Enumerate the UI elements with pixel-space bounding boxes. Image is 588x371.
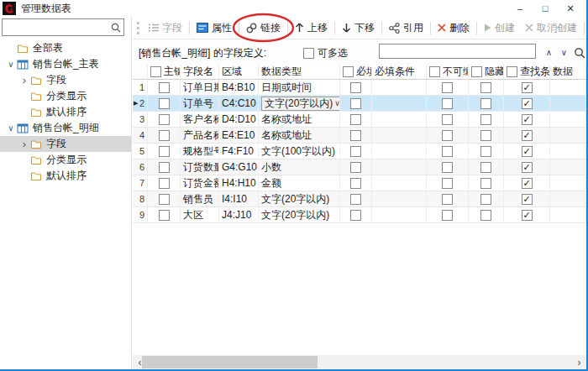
primary-key-checkbox[interactable] (159, 210, 170, 221)
required-checkbox[interactable] (350, 210, 361, 221)
data-type-cell[interactable]: 文字(100字以内) (259, 144, 340, 159)
table-row-2[interactable]: ▶2订单号C4:C10文字(20字以内)∨✓ (133, 96, 586, 112)
tree-item-7[interactable]: 分类显示 (0, 152, 131, 168)
column-header-9[interactable]: 数据 (550, 65, 586, 80)
scrollbar-thumb[interactable] (142, 356, 318, 368)
column-header-checkbox[interactable] (150, 66, 161, 77)
data-format-cell[interactable] (550, 96, 586, 112)
required-condition-cell[interactable] (372, 191, 427, 207)
tree-item-3[interactable]: 分类显示 (0, 88, 131, 104)
find-condition-checkbox[interactable]: ✓ (522, 194, 533, 205)
required-condition-cell[interactable] (372, 128, 427, 144)
field-name-cell[interactable]: 规格型号 (181, 144, 219, 159)
field-name-cell[interactable]: 产品名称 (181, 128, 219, 144)
required-condition-cell[interactable] (372, 159, 427, 175)
table-row-5[interactable]: 5规格型号F4:F10文字(100字以内)✓ (133, 144, 586, 159)
required-checkbox[interactable] (350, 82, 361, 93)
required-checkbox[interactable] (350, 178, 361, 189)
toolbar-button-1[interactable]: 属性 (192, 18, 237, 37)
readonly-checkbox[interactable] (442, 194, 453, 205)
tree-item-2[interactable]: ›字段 (0, 72, 131, 88)
data-format-cell[interactable] (550, 159, 586, 175)
find-condition-checkbox[interactable]: ✓ (522, 82, 533, 93)
data-type-cell[interactable]: 文字(20字以内) (259, 191, 340, 207)
required-condition-cell[interactable] (372, 96, 427, 112)
toolbar-button-0[interactable]: 字段 (144, 18, 187, 37)
table-row-4[interactable]: 4产品名称E4:E10名称或地址✓ (133, 128, 586, 144)
row-number-cell[interactable]: ▶2 (133, 96, 148, 112)
multi-select-option[interactable]: 可多选 (303, 46, 348, 60)
primary-key-checkbox[interactable] (159, 146, 170, 157)
tree-item-0[interactable]: 全部表 (0, 40, 131, 56)
field-name-cell[interactable]: 订货金额 (181, 175, 219, 191)
table-row-1[interactable]: 1订单日期B4:B10日期或时间✓ (133, 80, 586, 96)
data-type-cell[interactable]: 金额 (259, 175, 340, 191)
data-type-cell[interactable]: 日期或时间 (259, 80, 340, 96)
primary-key-checkbox[interactable] (159, 130, 170, 141)
column-header-2[interactable]: 区域 (219, 65, 259, 80)
required-checkbox[interactable] (350, 146, 361, 157)
multi-select-checkbox[interactable] (303, 48, 314, 59)
maximize-button[interactable]: □ (533, 0, 558, 17)
column-header-8[interactable]: 查找条件 (504, 65, 550, 80)
column-header-7[interactable]: 隐藏 (469, 65, 504, 80)
data-format-cell[interactable] (550, 207, 586, 223)
hidden-checkbox[interactable] (480, 114, 491, 125)
column-header-0[interactable]: 主键 (148, 65, 181, 80)
data-format-cell[interactable] (550, 144, 586, 159)
chevron-down-icon[interactable]: ∨ (5, 124, 17, 133)
row-number-cell[interactable]: 8 (133, 191, 148, 207)
column-header-5[interactable]: 必填条件 (372, 65, 427, 80)
toolbar-button-7[interactable]: 创建 (479, 18, 520, 37)
column-header-3[interactable]: 数据类型 (259, 65, 340, 80)
range-cell[interactable]: F4:F10 (219, 144, 259, 159)
required-condition-cell[interactable] (372, 144, 427, 159)
column-header-4[interactable]: 必填 (340, 65, 372, 80)
range-cell[interactable]: C4:C10 (219, 96, 259, 112)
close-button[interactable]: ✕ (558, 0, 583, 17)
required-checkbox[interactable] (350, 194, 361, 205)
hidden-checkbox[interactable] (480, 210, 491, 221)
readonly-checkbox[interactable] (442, 82, 453, 93)
field-name-cell[interactable]: 订单号 (181, 96, 219, 112)
row-number-cell[interactable]: 3 (133, 112, 148, 128)
required-checkbox[interactable] (350, 98, 361, 109)
column-header-checkbox[interactable] (343, 66, 354, 77)
data-format-cell[interactable] (550, 112, 586, 128)
row-number-cell[interactable]: 4 (133, 128, 148, 144)
column-header-checkbox[interactable] (471, 66, 482, 77)
readonly-checkbox[interactable] (442, 114, 453, 125)
primary-key-checkbox[interactable] (159, 114, 170, 125)
column-header-checkbox[interactable] (507, 66, 517, 77)
data-type-cell[interactable]: 名称或地址 (259, 128, 340, 144)
toolbar-button-3[interactable]: 上移 (290, 18, 333, 37)
data-format-cell[interactable] (550, 191, 586, 207)
row-number-cell[interactable]: 6 (133, 159, 148, 175)
toolbar-button-5[interactable]: 引用 (384, 18, 428, 37)
table-row-6[interactable]: 6订货数量G4:G10小数✓ (133, 159, 586, 175)
tree-item-4[interactable]: 默认排序 (0, 104, 131, 120)
tree-item-6[interactable]: ›字段 (0, 136, 131, 152)
table-row-3[interactable]: 3客户名称D4:D10名称或地址✓ (133, 112, 586, 128)
find-condition-checkbox[interactable]: ✓ (522, 98, 533, 109)
tree-item-5[interactable]: ∨销售台帐_明细 (0, 120, 131, 136)
primary-key-checkbox[interactable] (159, 82, 170, 93)
field-name-cell[interactable]: 客户名称 (181, 112, 219, 128)
data-type-dropdown[interactable]: 文字(20字以内)∨ (261, 97, 340, 111)
hidden-checkbox[interactable] (480, 162, 491, 173)
toolbar-button-6[interactable]: 删除 (433, 18, 475, 37)
filter-input[interactable] (379, 44, 536, 59)
chevron-right-icon[interactable]: › (18, 76, 30, 85)
data-type-cell[interactable]: 名称或地址 (259, 112, 340, 128)
range-cell[interactable]: B4:B10 (219, 80, 259, 96)
find-condition-checkbox[interactable]: ✓ (522, 162, 533, 173)
chevron-down-icon[interactable]: ∨ (5, 60, 17, 69)
field-name-cell[interactable]: 大区 (181, 207, 219, 223)
search-icon[interactable] (572, 45, 586, 60)
horizontal-scrollbar[interactable]: ‹ › (133, 355, 586, 369)
data-type-cell[interactable]: 文字(20字以内) (259, 207, 340, 223)
data-format-cell[interactable] (550, 175, 586, 191)
field-name-cell[interactable]: 销售员 (181, 191, 219, 207)
field-name-cell[interactable]: 订货数量 (181, 159, 219, 175)
required-condition-cell[interactable] (372, 112, 427, 128)
